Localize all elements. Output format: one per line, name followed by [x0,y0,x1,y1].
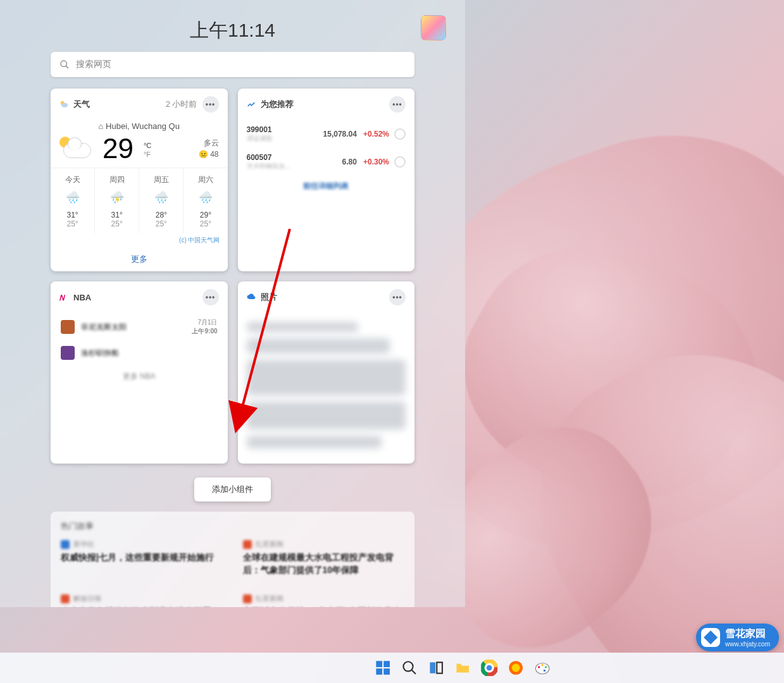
svg-point-23 [544,666,546,668]
news-item[interactable]: 新华社 权威快报|七月，这些重要新规开始施行 [61,539,223,576]
widgets-topbar: 上午11:14 [0,10,465,48]
weather-attribution: (c) 中国天气网 [51,233,228,247]
watermark-icon [701,628,720,647]
start-button[interactable] [375,660,391,676]
stocks-title: 为您推荐 [261,99,294,110]
stocks-more-button[interactable]: ••• [389,96,406,113]
svg-point-22 [541,664,543,666]
trend-ring-icon [394,128,406,140]
match-row[interactable]: 洛杉矶快船 [61,341,218,365]
add-widget-button[interactable]: 添加小组件 [194,477,271,501]
stocks-details-link[interactable]: 前往详细列表 [247,176,406,197]
forecast-day[interactable]: 今天 🌧️ 31° 25° [51,168,94,233]
widgets-panel: 上午11:14 搜索网页 天气 2 小时前 ••• ⌂ Hubei, Wucha… [0,0,465,607]
taskbar [0,653,784,683]
svg-rect-5 [376,661,382,667]
svg-rect-6 [383,661,390,667]
nba-icon: 𝘕 [59,293,68,302]
watermark: 雪花家园 www.xhjaty.com [696,624,779,651]
cloud-icon [247,293,256,302]
stock-row[interactable]: 600507 方大特钢实业... 6.80 +0.30% [247,148,406,176]
source-badge-icon [243,594,252,603]
user-avatar[interactable] [421,15,446,40]
clock: 上午11:14 [0,10,465,44]
nba-card[interactable]: 𝘕 NBA ••• 菲尼克斯太阳 7月1日 上午9:00 洛杉矶快船 [51,281,228,464]
file-explorer-icon[interactable] [454,660,471,676]
svg-line-1 [66,66,68,68]
photos-card[interactable]: 照片 ••• [238,281,415,464]
search-placeholder: 搜索网页 [76,59,111,70]
svg-rect-11 [430,662,435,673]
news-item[interactable]: 解放日报 农夫山泉白桃味气泡水到底有没有问题？0糖0卡为什么还翻车？这篇说清楚了 [61,594,223,607]
svg-point-24 [543,670,545,672]
svg-point-0 [61,61,66,66]
photos-more-button[interactable]: ••• [389,289,406,305]
house-icon: ⌂ [99,121,104,131]
svg-point-19 [511,664,520,672]
forecast-day[interactable]: 周五 🌧️ 28° 25° [139,168,183,233]
search-input[interactable]: 搜索网页 [51,52,414,77]
nba-see-more[interactable]: 更多 NBA [61,365,218,385]
stock-row[interactable]: 399001 深证成指 15,078.04 +0.52% [247,120,406,148]
chrome-icon[interactable] [481,660,497,676]
source-badge-icon [243,540,252,549]
match-row[interactable]: 菲尼克斯太阳 7月1日 上午9:00 [61,313,218,341]
paint-icon[interactable] [534,660,551,676]
weather-icon [59,100,68,109]
team-badge-icon [61,320,75,334]
weather-aqi: 😐 48 [199,149,219,160]
svg-point-3 [61,103,68,108]
news-heading: 热门故事 [61,520,404,539]
taskbar-search-icon[interactable] [401,660,418,676]
svg-rect-8 [383,668,390,675]
news-item[interactable]: 红星新闻 全球在建规模最大水电工程投产发电背后：气象部门提供了10年保障 [243,539,405,576]
weather-see-more[interactable]: 更多 [51,247,228,271]
trend-ring-icon [394,156,406,168]
source-badge-icon [61,594,70,603]
weather-timestamp: 2 小时前 [166,99,197,110]
temperature-units[interactable]: °C °F [144,139,151,158]
svg-point-21 [538,666,540,668]
task-view-icon[interactable] [428,660,444,676]
weather-title: 天气 [73,99,90,110]
weather-more-button[interactable]: ••• [202,96,219,113]
weather-condition: 多云 [199,137,219,149]
weather-card[interactable]: 天气 2 小时前 ••• ⌂ Hubei, Wuchang Qu 29 °C °… [51,89,228,271]
weather-condition-icon [59,137,92,161]
nba-more-button[interactable]: ••• [202,289,219,305]
news-section: 热门故事 新华社 权威快报|七月，这些重要新规开始施行 红星新闻 全球在建规模最… [51,512,414,607]
source-badge-icon [61,540,70,549]
photos-body [238,313,415,464]
svg-rect-12 [437,662,442,673]
forecast-day[interactable]: 周六 🌧️ 29° 25° [183,168,227,233]
photos-title: 照片 [261,292,277,303]
svg-point-9 [403,661,413,671]
weather-location: Hubei, Wuchang Qu [106,121,180,131]
forecast-day[interactable]: 周四 ⛈️ 31° 25° [94,168,139,233]
svg-point-17 [486,665,492,671]
stocks-icon [247,100,256,109]
search-icon [59,59,70,70]
svg-rect-7 [376,668,382,675]
svg-line-10 [411,670,416,674]
news-item[interactable]: 红星新闻 主要城市次日达！"老大哥"中国邮政宣布提速，对顺丰冲击更大？ [243,594,405,607]
forecast-row: 今天 🌧️ 31° 25° 周四 ⛈️ 31° 25° 周五 🌧️ 28° 25… [51,168,228,233]
temperature-value: 29 [103,135,134,163]
browser-icon[interactable] [507,660,524,676]
team-badge-icon [61,346,75,360]
stocks-card[interactable]: 为您推荐 ••• 399001 深证成指 15,078.04 +0.52% [238,89,415,271]
nba-title: NBA [73,293,91,302]
